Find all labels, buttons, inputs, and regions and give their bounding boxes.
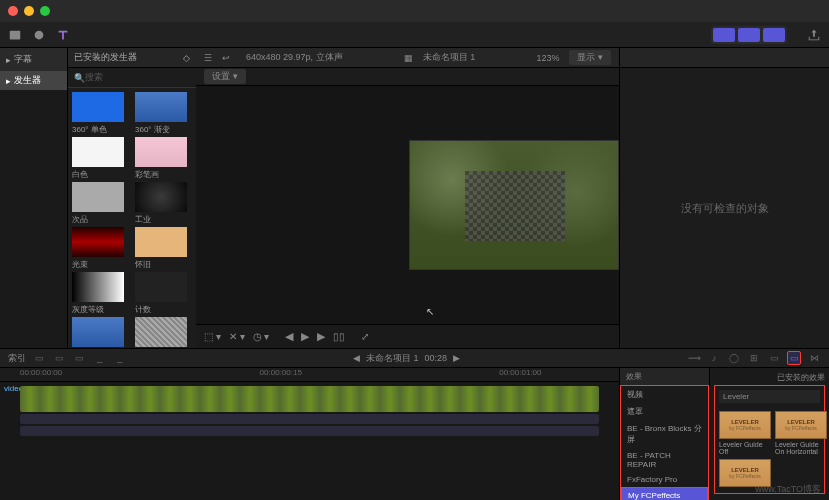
tl-icon-3[interactable]: ▭ [72, 351, 86, 365]
view-seg-1[interactable] [713, 28, 735, 42]
leveler-header: Leveler [719, 390, 820, 403]
search-icon: 🔍 [74, 73, 85, 83]
leveler-preset[interactable]: LEVELERby FCPeffectsLeveler Guide On Hor… [775, 411, 827, 455]
effect-category[interactable]: 视频 [621, 386, 708, 403]
library-icon[interactable] [6, 26, 24, 44]
watermark: www.TacTO博客 [755, 483, 821, 496]
filmstrip-left [409, 141, 410, 269]
timeline-header: 索引 ▭ ▭ ▭ ⎯ ⎯ ◀ 未命名项目 1 00:28 ▶ ⟿ ♪ ◯ ⊞ ▭… [0, 348, 829, 368]
cursor-icon: ↖ [426, 306, 434, 317]
inspector-header [620, 48, 829, 68]
next-icon[interactable]: ▶ [317, 330, 325, 343]
viewer-subheader: 设置 ▾ [196, 68, 619, 86]
generator-thumb[interactable]: 计数 [135, 272, 192, 315]
generator-thumb[interactable]: 360° 单色 [72, 92, 129, 135]
generator-thumb[interactable]: 灰度等级 [72, 272, 129, 315]
effects-browser-icon[interactable]: ▭ [787, 351, 801, 365]
thumb-image [72, 92, 124, 122]
minimize-window[interactable] [24, 6, 34, 16]
sidebar-header[interactable]: ▸ 字幕 [0, 48, 67, 71]
effect-category[interactable]: 遮罩 [621, 403, 708, 420]
viewer-canvas[interactable] [409, 140, 619, 270]
thumb-image [72, 317, 124, 347]
tl-view-icon[interactable]: ▭ [767, 351, 781, 365]
view-seg-3[interactable] [763, 28, 785, 42]
ruler-mark: 00:00:00:15 [260, 368, 380, 381]
generator-thumb[interactable]: 光束 [72, 227, 129, 270]
list-icon[interactable]: ☰ [204, 53, 212, 63]
tl-prev-icon[interactable]: ◀ [353, 353, 360, 363]
view-segmented [711, 26, 787, 44]
view-seg-2[interactable] [738, 28, 760, 42]
thumb-image [72, 137, 124, 167]
titles-icon[interactable] [54, 26, 72, 44]
inspector-empty-label: 没有可检查的对象 [681, 201, 769, 216]
generator-thumb[interactable]: 怀旧 [135, 227, 192, 270]
filmstrip-right [618, 141, 619, 269]
effect-category[interactable]: BE - Bronx Blocks 分屏 [621, 420, 708, 448]
photos-icon[interactable] [30, 26, 48, 44]
tl-icon-5[interactable]: ⎯ [112, 351, 126, 365]
generator-thumb[interactable]: 工业 [135, 182, 192, 225]
thumb-image [135, 272, 187, 302]
generators-header: 已安装的发生器 ◇ [68, 48, 196, 68]
tl-icon-4[interactable]: ⎯ [92, 351, 106, 365]
thumb-label: 360° 单色 [72, 124, 129, 135]
tl-icon-1[interactable]: ▭ [32, 351, 46, 365]
thumb-label: 光束 [72, 259, 129, 270]
generator-thumb[interactable]: 彩笔画 [135, 137, 192, 180]
tool-icon[interactable]: ✕ ▾ [229, 331, 245, 342]
timeline-ruler[interactable]: 00:00:00:0000:00:00:1500:00:01:00 [0, 368, 619, 382]
main-toolbar [0, 22, 829, 48]
effects-highlight-box: 视频遮罩BE - Bronx Blocks 分屏BE - PATCH REPAI… [620, 385, 709, 500]
generator-thumb[interactable]: 白色 [72, 137, 129, 180]
tl-icon-2[interactable]: ▭ [52, 351, 66, 365]
generator-thumb[interactable] [72, 317, 129, 348]
thumb-label: 360° 渐变 [135, 124, 192, 135]
thumb-label: 灰度等级 [72, 304, 129, 315]
close-window[interactable] [8, 6, 18, 16]
titlebar [0, 0, 829, 22]
transitions-icon[interactable]: ⋈ [807, 351, 821, 365]
audio-track-1[interactable] [20, 414, 599, 424]
retime-icon[interactable]: ◷ ▾ [253, 331, 270, 342]
transport-bar: ⬚ ▾ ✕ ▾ ◷ ▾ ◀ ▶ ▶ ▯▯ ⤢ [196, 324, 619, 348]
viewer-body[interactable]: ↖ [196, 86, 619, 324]
generator-thumb[interactable]: 次品 [72, 182, 129, 225]
thumb-image [135, 182, 187, 212]
viewer-settings-menu[interactable]: 设置 ▾ [204, 69, 246, 84]
tl-audio-skim-icon[interactable]: ♪ [707, 351, 721, 365]
index-label[interactable]: 索引 [8, 352, 26, 365]
effect-category[interactable]: My FCPeffects [621, 487, 708, 500]
tl-skimming-icon[interactable]: ⟿ [687, 351, 701, 365]
viewer-display-menu[interactable]: 显示 ▾ [569, 50, 611, 65]
share-icon[interactable] [805, 26, 823, 44]
tl-snap-icon[interactable]: ⊞ [747, 351, 761, 365]
generators-search[interactable]: 🔍 搜索 [68, 68, 196, 88]
maximize-window[interactable] [40, 6, 50, 16]
generator-thumb[interactable]: 360° 渐变 [135, 92, 192, 135]
video-track[interactable] [20, 386, 599, 412]
effect-category[interactable]: BE - PATCH REPAIR [621, 448, 708, 472]
installed-effects-label: 已安装的效果 [714, 372, 825, 383]
play-icon[interactable]: ▶ [301, 330, 309, 343]
prev-icon[interactable]: ◀ [285, 330, 293, 343]
back-icon[interactable]: ↩ [222, 53, 230, 63]
sidebar-item-generators[interactable]: ▸ 发生器 [0, 71, 67, 90]
thumb-label: 次品 [72, 214, 129, 225]
viewer-zoom[interactable]: 123% [536, 53, 559, 63]
timeline-tracks[interactable]: video [0, 382, 619, 500]
tl-next-icon[interactable]: ▶ [453, 353, 460, 363]
thumb-label: 怀旧 [135, 259, 192, 270]
sidebar-header-label: 字幕 [14, 53, 32, 66]
loop-icon[interactable]: ▯▯ [333, 331, 345, 342]
crop-icon[interactable]: ⬚ ▾ [204, 331, 221, 342]
audio-track-2[interactable] [20, 426, 599, 436]
fullscreen-icon[interactable]: ⤢ [361, 331, 369, 342]
tl-solo-icon[interactable]: ◯ [727, 351, 741, 365]
dropdown-icon[interactable]: ◇ [183, 53, 190, 63]
leveler-preset[interactable]: LEVELERby FCPeffectsLeveler Guide Off [719, 411, 771, 455]
generator-thumb[interactable] [135, 317, 192, 348]
effect-category[interactable]: FxFactory Pro [621, 472, 708, 487]
sidebar-item-label: 发生器 [14, 74, 41, 87]
